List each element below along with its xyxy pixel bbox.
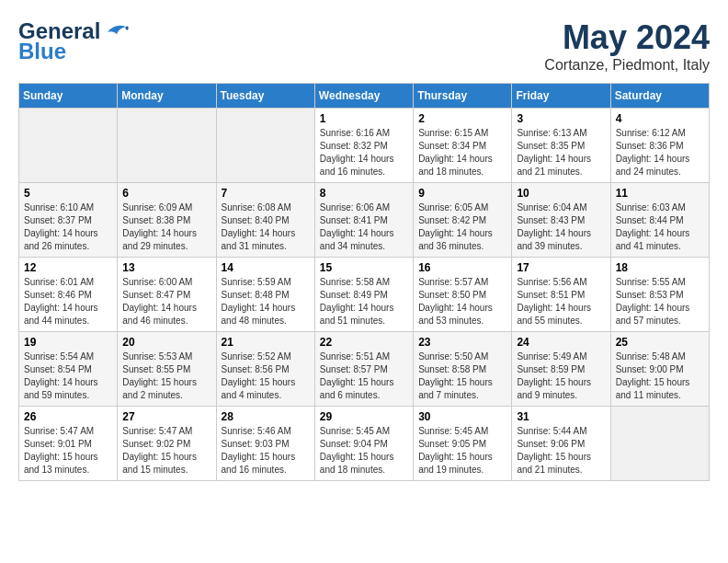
day-info: Sunrise: 5:45 AM Sunset: 9:04 PM Dayligh…: [320, 425, 408, 477]
day-number: 8: [320, 187, 408, 200]
day-info: Sunrise: 5:59 AM Sunset: 8:48 PM Dayligh…: [222, 276, 310, 327]
day-number: 3: [517, 112, 605, 125]
calendar-cell: 17Sunrise: 5:56 AM Sunset: 8:51 PM Dayli…: [512, 258, 610, 332]
day-info: Sunrise: 5:47 AM Sunset: 9:02 PM Dayligh…: [122, 425, 210, 477]
day-number: 28: [222, 410, 310, 423]
day-number: 10: [517, 187, 605, 200]
calendar-cell: 2Sunrise: 6:15 AM Sunset: 8:34 PM Daylig…: [414, 109, 512, 183]
calendar-cell: 23Sunrise: 5:50 AM Sunset: 8:58 PM Dayli…: [414, 332, 512, 407]
weekday-header-wednesday: Wednesday: [314, 84, 413, 109]
day-number: 18: [616, 261, 704, 274]
calendar-cell: 28Sunrise: 5:46 AM Sunset: 9:03 PM Dayli…: [216, 407, 314, 481]
calendar-cell: 30Sunrise: 5:45 AM Sunset: 9:05 PM Dayli…: [414, 407, 512, 481]
weekday-header-monday: Monday: [118, 84, 216, 109]
weekday-header-friday: Friday: [512, 84, 610, 109]
day-info: Sunrise: 6:05 AM Sunset: 8:42 PM Dayligh…: [418, 201, 506, 253]
location-subtitle: Cortanze, Piedmont, Italy: [544, 57, 710, 74]
calendar-cell: 6Sunrise: 6:09 AM Sunset: 8:38 PM Daylig…: [118, 183, 216, 258]
logo-bird-icon: [100, 21, 130, 41]
day-info: Sunrise: 6:08 AM Sunset: 8:40 PM Dayligh…: [222, 201, 310, 253]
day-info: Sunrise: 6:10 AM Sunset: 8:37 PM Dayligh…: [24, 201, 112, 253]
day-number: 20: [122, 336, 210, 349]
day-number: 4: [616, 112, 704, 125]
day-info: Sunrise: 5:44 AM Sunset: 9:06 PM Dayligh…: [517, 425, 605, 477]
day-info: Sunrise: 5:54 AM Sunset: 8:54 PM Dayligh…: [24, 350, 112, 402]
day-number: 29: [320, 410, 408, 423]
calendar-table: SundayMondayTuesdayWednesdayThursdayFrid…: [18, 83, 710, 481]
calendar-cell: 8Sunrise: 6:06 AM Sunset: 8:41 PM Daylig…: [314, 183, 413, 258]
day-info: Sunrise: 6:06 AM Sunset: 8:41 PM Dayligh…: [320, 201, 408, 253]
day-number: 1: [320, 112, 408, 125]
calendar-cell: 10Sunrise: 6:04 AM Sunset: 8:43 PM Dayli…: [512, 183, 610, 258]
calendar-cell: 4Sunrise: 6:12 AM Sunset: 8:36 PM Daylig…: [610, 109, 709, 183]
day-number: 12: [24, 261, 112, 274]
week-row-2: 5Sunrise: 6:10 AM Sunset: 8:37 PM Daylig…: [19, 183, 710, 258]
day-number: 6: [122, 187, 210, 200]
day-info: Sunrise: 5:52 AM Sunset: 8:56 PM Dayligh…: [222, 350, 310, 402]
calendar-cell: 18Sunrise: 5:55 AM Sunset: 8:53 PM Dayli…: [610, 258, 709, 332]
day-number: 15: [320, 261, 408, 274]
logo: General Blue: [18, 18, 130, 64]
day-info: Sunrise: 6:12 AM Sunset: 8:36 PM Dayligh…: [616, 127, 704, 178]
day-info: Sunrise: 5:53 AM Sunset: 8:55 PM Dayligh…: [122, 350, 210, 402]
calendar-cell: [19, 109, 118, 183]
day-number: 13: [122, 261, 210, 274]
day-info: Sunrise: 6:03 AM Sunset: 8:44 PM Dayligh…: [616, 201, 704, 253]
day-number: 31: [517, 410, 605, 423]
day-info: Sunrise: 6:00 AM Sunset: 8:47 PM Dayligh…: [122, 276, 210, 327]
day-info: Sunrise: 5:58 AM Sunset: 8:49 PM Dayligh…: [320, 276, 408, 327]
day-info: Sunrise: 6:13 AM Sunset: 8:35 PM Dayligh…: [517, 127, 605, 178]
calendar-cell: 29Sunrise: 5:45 AM Sunset: 9:04 PM Dayli…: [314, 407, 413, 481]
day-number: 22: [320, 336, 408, 349]
calendar-cell: 9Sunrise: 6:05 AM Sunset: 8:42 PM Daylig…: [414, 183, 512, 258]
day-number: 17: [517, 261, 605, 274]
day-number: 9: [418, 187, 506, 200]
month-year-title: May 2024: [544, 18, 710, 57]
weekday-header-thursday: Thursday: [414, 84, 512, 109]
calendar-cell: [610, 407, 709, 481]
week-row-4: 19Sunrise: 5:54 AM Sunset: 8:54 PM Dayli…: [19, 332, 710, 407]
day-number: 30: [418, 410, 506, 423]
day-info: Sunrise: 5:50 AM Sunset: 8:58 PM Dayligh…: [418, 350, 506, 402]
day-info: Sunrise: 6:04 AM Sunset: 8:43 PM Dayligh…: [517, 201, 605, 253]
day-number: 23: [418, 336, 506, 349]
day-number: 5: [24, 187, 112, 200]
day-info: Sunrise: 6:16 AM Sunset: 8:32 PM Dayligh…: [320, 127, 408, 178]
calendar-cell: 12Sunrise: 6:01 AM Sunset: 8:46 PM Dayli…: [19, 258, 118, 332]
weekday-header-row: SundayMondayTuesdayWednesdayThursdayFrid…: [19, 84, 710, 109]
day-info: Sunrise: 5:45 AM Sunset: 9:05 PM Dayligh…: [418, 425, 506, 477]
calendar-cell: 5Sunrise: 6:10 AM Sunset: 8:37 PM Daylig…: [19, 183, 118, 258]
day-number: 2: [418, 112, 506, 125]
calendar-cell: 3Sunrise: 6:13 AM Sunset: 8:35 PM Daylig…: [512, 109, 610, 183]
day-info: Sunrise: 5:51 AM Sunset: 8:57 PM Dayligh…: [320, 350, 408, 402]
calendar-cell: 20Sunrise: 5:53 AM Sunset: 8:55 PM Dayli…: [118, 332, 216, 407]
day-info: Sunrise: 6:01 AM Sunset: 8:46 PM Dayligh…: [24, 276, 112, 327]
day-number: 21: [222, 336, 310, 349]
calendar-cell: 25Sunrise: 5:48 AM Sunset: 9:00 PM Dayli…: [610, 332, 709, 407]
weekday-header-tuesday: Tuesday: [216, 84, 314, 109]
day-number: 11: [616, 187, 704, 200]
day-number: 24: [517, 336, 605, 349]
calendar-cell: 14Sunrise: 5:59 AM Sunset: 8:48 PM Dayli…: [216, 258, 314, 332]
calendar-cell: 1Sunrise: 6:16 AM Sunset: 8:32 PM Daylig…: [314, 109, 413, 183]
week-row-5: 26Sunrise: 5:47 AM Sunset: 9:01 PM Dayli…: [19, 407, 710, 481]
day-number: 7: [222, 187, 310, 200]
calendar-cell: 15Sunrise: 5:58 AM Sunset: 8:49 PM Dayli…: [314, 258, 413, 332]
calendar-cell: 27Sunrise: 5:47 AM Sunset: 9:02 PM Dayli…: [118, 407, 216, 481]
calendar-cell: [216, 109, 314, 183]
day-number: 26: [24, 410, 112, 423]
calendar-cell: 7Sunrise: 6:08 AM Sunset: 8:40 PM Daylig…: [216, 183, 314, 258]
calendar-cell: 19Sunrise: 5:54 AM Sunset: 8:54 PM Dayli…: [19, 332, 118, 407]
title-section: May 2024 Cortanze, Piedmont, Italy: [544, 18, 710, 74]
day-number: 19: [24, 336, 112, 349]
calendar-cell: 26Sunrise: 5:47 AM Sunset: 9:01 PM Dayli…: [19, 407, 118, 481]
calendar-cell: 31Sunrise: 5:44 AM Sunset: 9:06 PM Dayli…: [512, 407, 610, 481]
week-row-1: 1Sunrise: 6:16 AM Sunset: 8:32 PM Daylig…: [19, 109, 710, 183]
day-number: 25: [616, 336, 704, 349]
calendar-cell: 13Sunrise: 6:00 AM Sunset: 8:47 PM Dayli…: [118, 258, 216, 332]
day-info: Sunrise: 5:57 AM Sunset: 8:50 PM Dayligh…: [418, 276, 506, 327]
day-number: 16: [418, 261, 506, 274]
day-number: 14: [222, 261, 310, 274]
day-info: Sunrise: 6:09 AM Sunset: 8:38 PM Dayligh…: [122, 201, 210, 253]
week-row-3: 12Sunrise: 6:01 AM Sunset: 8:46 PM Dayli…: [19, 258, 710, 332]
